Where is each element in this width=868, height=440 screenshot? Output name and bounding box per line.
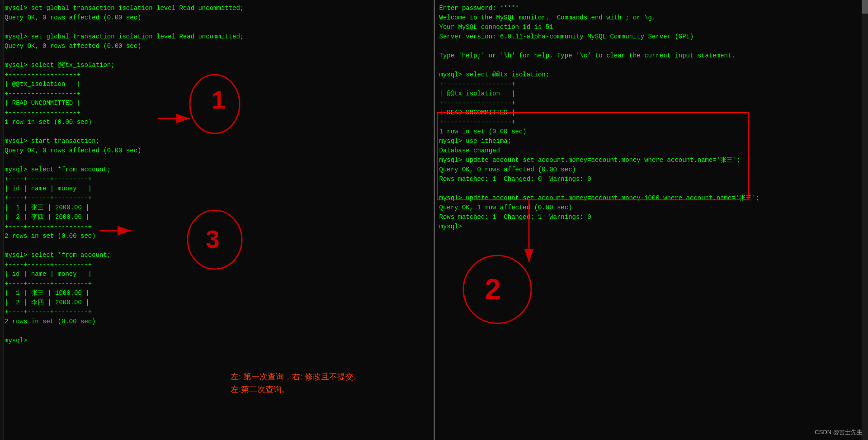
left-terminal-content: mysql> set global transaction isolation …: [5, 4, 429, 345]
right-terminal-line-boxed: [439, 184, 864, 194]
caption-line2: 左:第二次查询。: [231, 384, 362, 395]
left-terminal-line: | 1 | 张三 | 1000.00 |: [5, 289, 429, 298]
left-terminal-line: 2 rows in set (0.00 sec): [5, 317, 429, 326]
left-terminal-line: +------------------+: [5, 108, 429, 118]
right-terminal-line-boxed: mysql> use itheima;: [439, 137, 864, 146]
left-terminal-line: +----+------+---------+: [5, 279, 429, 289]
left-terminal-line: mysql> set global transaction isolation …: [5, 32, 429, 42]
right-terminal-line-boxed: Database changed: [439, 146, 864, 156]
left-terminal-line: | 2 | 李四 | 2000.00 |: [5, 213, 429, 222]
caption-line1: 左: 第一次查询，右: 修改且不提交。: [231, 371, 362, 382]
right-terminal-line-top: Your MySQL connection id is 51: [439, 23, 864, 32]
right-terminal-line-top: +------------------+: [439, 118, 864, 127]
left-terminal-line: [5, 51, 429, 61]
right-terminal-content: Enter password: *****Welcome to the MySQ…: [439, 4, 864, 232]
right-terminal-line-top: Server version: 6.0.11-alpha-community M…: [439, 32, 864, 42]
right-terminal-panel: Enter password: *****Welcome to the MySQ…: [435, 0, 868, 440]
left-terminal-line: +----+------+---------+: [5, 194, 429, 203]
right-terminal-line-top: Welcome to the MySQL monitor. Commands e…: [439, 13, 864, 23]
right-terminal-line-top: [439, 61, 864, 70]
right-scrollbar[interactable]: [862, 0, 868, 440]
left-terminal-line: [5, 241, 429, 251]
right-terminal-line-top: mysql> select @@tx_isolation;: [439, 70, 864, 80]
right-terminal-line-top: +------------------+: [439, 80, 864, 89]
caption-area: 左: 第一次查询，右: 修改且不提交。 左:第二次查询。: [231, 371, 362, 395]
left-terminal-line: mysql> start transaction;: [5, 137, 429, 146]
left-terminal-panel: mysql> set global transaction isolation …: [0, 0, 434, 440]
left-terminal-line: [5, 23, 429, 32]
right-terminal-line-boxed: Rows matched: 1 Changed: 0 Warnings: 0: [439, 175, 864, 184]
right-terminal-line-top: Type 'help;' or '\h' for help. Type '\c'…: [439, 51, 864, 61]
right-terminal-line-top: Enter password: *****: [439, 4, 864, 13]
watermark: CSDN @吉士先生: [815, 428, 863, 436]
left-terminal-line: | 1 | 张三 | 2000.00 |: [5, 203, 429, 213]
left-terminal-line: mysql> select *from account;: [5, 165, 429, 175]
left-terminal-line: +----+------+---------+: [5, 260, 429, 270]
right-terminal-line-top: | READ-UNCOMMITTED |: [439, 108, 864, 118]
left-terminal-line: Query OK, 0 rows affected (0.00 sec): [5, 42, 429, 51]
left-terminal-line: Query OK, 0 rows affected (0.00 sec): [5, 13, 429, 23]
right-terminal-line-boxed: Rows matched: 1 Changed: 1 Warnings: 0: [439, 213, 864, 222]
left-terminal-line: 1 row in set (0.00 sec): [5, 118, 429, 127]
left-terminal-line: +----+------+---------+: [5, 222, 429, 232]
scrollbar-thumb: [862, 0, 868, 14]
right-terminal-line-boxed: mysql> update account set account.money=…: [439, 156, 864, 165]
left-scrollbar: [0, 0, 4, 440]
left-terminal-line: | @@tx_isolation |: [5, 80, 429, 89]
right-terminal-line-boxed: Query OK, 0 rows affected (0.00 sec): [439, 165, 864, 175]
left-terminal-line: | 2 | 李四 | 2000.00 |: [5, 298, 429, 308]
left-terminal-line: +------------------+: [5, 70, 429, 80]
right-terminal-line-top: 1 row in set (0.00 sec): [439, 127, 864, 137]
left-terminal-line: mysql> set global transaction isolation …: [5, 4, 429, 13]
left-terminal-line: | id | name | money |: [5, 270, 429, 279]
left-terminal-line: | READ-UNCOMMITTED |: [5, 99, 429, 108]
right-terminal-line-boxed: mysql> update account set account.money=…: [439, 194, 864, 203]
left-terminal-line: [5, 326, 429, 336]
left-terminal-line: [5, 127, 429, 137]
right-terminal-line-top: | @@tx_isolation |: [439, 89, 864, 99]
right-terminal-line-top: [439, 42, 864, 51]
left-terminal-line: 2 rows in set (0.00 sec): [5, 232, 429, 241]
left-terminal-line: mysql>: [5, 336, 429, 345]
left-terminal-line: +------------------+: [5, 89, 429, 99]
left-terminal-line: +----+------+---------+: [5, 175, 429, 184]
right-terminal-line-boxed: Query OK, 1 row affected (0.00 sec): [439, 203, 864, 213]
left-terminal-line: Query OK, 0 rows affected (0.00 sec): [5, 146, 429, 156]
right-terminal-line-top: +------------------+: [439, 99, 864, 108]
main-container: mysql> set global transaction isolation …: [0, 0, 868, 440]
left-terminal-line: +----+------+---------+: [5, 308, 429, 317]
left-terminal-line: [5, 156, 429, 165]
left-terminal-line: mysql> select *from account;: [5, 251, 429, 260]
left-terminal-line: | id | name | money |: [5, 184, 429, 194]
left-terminal-line: mysql> select @@tx_isolation;: [5, 61, 429, 70]
right-terminal-line-bottom: mysql>: [439, 222, 864, 232]
